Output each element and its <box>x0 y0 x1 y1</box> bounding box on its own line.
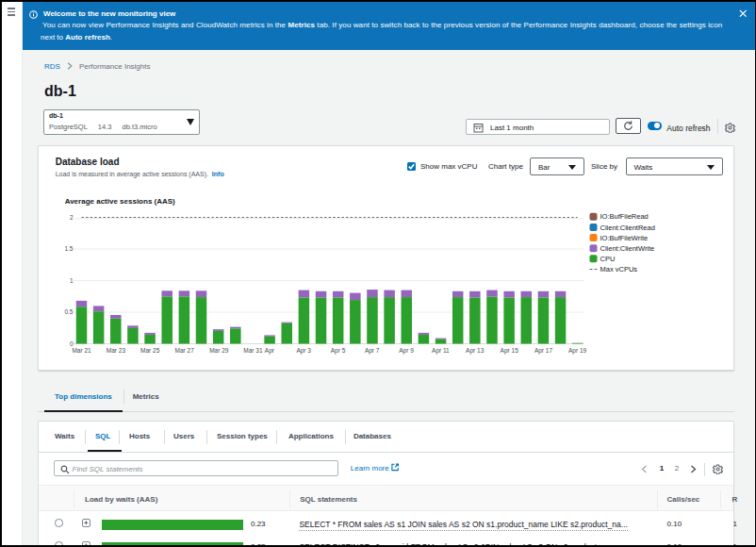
svg-text:Mar 21: Mar 21 <box>72 347 91 354</box>
svg-text:Apr 15: Apr 15 <box>501 347 519 355</box>
svg-text:Apr 13: Apr 13 <box>466 347 485 355</box>
svg-text:Mar 29: Mar 29 <box>209 347 229 354</box>
svg-text:Mar 23: Mar 23 <box>107 347 126 354</box>
svg-text:Apr 5: Apr 5 <box>331 347 346 355</box>
svg-text:1: 1 <box>70 277 74 284</box>
svg-text:Mar 31: Mar 31 <box>243 347 263 354</box>
svg-text:Apr 19: Apr 19 <box>568 347 587 355</box>
svg-text:Client:ClientWrite: Client:ClientWrite <box>600 244 655 253</box>
svg-text:Max vCPUs: Max vCPUs <box>600 265 638 274</box>
svg-text:Client:ClientRead: Client:ClientRead <box>600 224 655 232</box>
svg-text:IO:BufFileWrite: IO:BufFileWrite <box>600 234 649 242</box>
svg-text:Apr 11: Apr 11 <box>432 347 450 355</box>
svg-text:Apr 9: Apr 9 <box>399 347 414 355</box>
svg-text:Apr: Apr <box>265 347 275 355</box>
svg-text:Apr 3: Apr 3 <box>296 347 311 355</box>
svg-text:CPU: CPU <box>600 255 616 263</box>
svg-text:Apr 7: Apr 7 <box>365 347 380 355</box>
svg-text:0.5: 0.5 <box>64 308 73 315</box>
svg-text:1.5: 1.5 <box>64 245 73 252</box>
svg-text:IO:BufFileRead: IO:BufFileRead <box>600 212 649 221</box>
svg-text:Apr 17: Apr 17 <box>534 347 553 355</box>
svg-text:0: 0 <box>70 340 74 347</box>
svg-text:Mar 27: Mar 27 <box>175 347 195 354</box>
svg-text:Mar 25: Mar 25 <box>140 347 160 354</box>
svg-text:2: 2 <box>70 214 74 221</box>
